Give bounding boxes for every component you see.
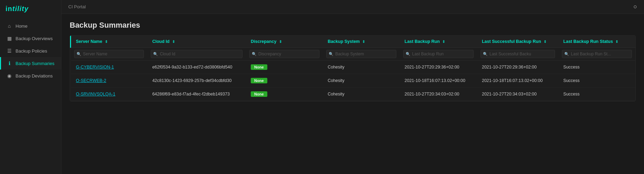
- table-cell: None: [246, 61, 323, 74]
- sidebar-item-backup-policies[interactable]: ☰ Backup Policies: [0, 45, 61, 57]
- table-search-row: 🔍 🔍 🔍: [71, 48, 636, 61]
- table-cell: Cohesity: [323, 74, 400, 88]
- table-cell: Success: [558, 74, 635, 88]
- backup-summaries-table-container: Server Name ⇕ Cloud Id ⇕ Discrepancy ⇕: [70, 35, 636, 101]
- discrepancy-badge: None: [251, 91, 267, 97]
- sidebar-item-backup-deviations[interactable]: ◉ Backup Deviations: [0, 70, 61, 82]
- table-cell: None: [246, 74, 323, 88]
- table-cell: 2021-10-27T20:29:36+02:00: [477, 61, 558, 74]
- search-input-discrepancy[interactable]: [258, 52, 317, 56]
- table-cell: None: [246, 88, 323, 101]
- search-wrap-discrepancy: 🔍: [249, 50, 319, 58]
- search-input-last-backup-run[interactable]: [412, 52, 471, 56]
- page-content: Backup Summaries Server Name ⇕ Cloud Id …: [61, 14, 644, 174]
- col-header-discrepancy[interactable]: Discrepancy ⇕: [246, 36, 323, 48]
- table-cell: O-SECRWEB-2: [71, 74, 148, 88]
- sidebar-item-label: Backup Summaries: [16, 61, 55, 66]
- info-icon: ℹ: [7, 61, 12, 66]
- table-cell: 2021-10-18T16:07:13.02+00:00: [477, 74, 558, 88]
- table-cell: 42c8130c-1423-6929-257b-def34cdbfd30: [147, 74, 246, 88]
- topbar-title: CI Portal: [68, 4, 86, 9]
- table-cell: 2021-10-27T20:34:03+02:00: [477, 88, 558, 101]
- sidebar-item-home[interactable]: ⌂ Home: [0, 20, 61, 32]
- table-cell: e62f0534-9a32-b133-ed72-dd3806bfd540: [147, 61, 246, 74]
- sort-arrow-last-successful: ⇕: [544, 40, 546, 44]
- theme-toggle-icon[interactable]: ○: [633, 3, 637, 10]
- table-cell: 2021-10-27T20:34:03+02:00: [400, 88, 477, 101]
- sort-arrow-status: ⇕: [615, 40, 618, 44]
- search-wrap-status: 🔍: [562, 50, 632, 58]
- search-icon-backup-system: 🔍: [329, 52, 334, 56]
- search-icon-last-successful: 🔍: [483, 52, 488, 56]
- sort-arrow-last-backup-run: ⇕: [442, 40, 445, 44]
- search-cell-backup-system: 🔍: [323, 48, 400, 61]
- col-header-last-backup-run[interactable]: Last Backup Run ⇕: [400, 36, 477, 48]
- sort-arrow-server-name: ⇕: [105, 40, 108, 44]
- search-icon-discrepancy: 🔍: [252, 52, 257, 56]
- list-icon: ☰: [7, 48, 12, 54]
- logo-tility: tility: [12, 5, 29, 12]
- backup-summaries-table: Server Name ⇕ Cloud Id ⇕ Discrepancy ⇕: [70, 36, 635, 101]
- col-header-last-successful-backup-run[interactable]: Last Successful Backup Run ⇕: [477, 36, 558, 48]
- sidebar-item-backup-overviews[interactable]: ▦ Backup Overviews: [0, 32, 61, 45]
- table-row: G-CYBERVISION-1e62f0534-9a32-b133-ed72-d…: [71, 61, 636, 74]
- sidebar-item-label: Backup Deviations: [16, 73, 53, 79]
- sort-arrow-backup-system: ⇕: [362, 40, 365, 44]
- search-input-status[interactable]: [571, 52, 630, 56]
- sidebar-item-label: Backup Policies: [16, 48, 47, 54]
- table-row: O-SRVINVSQLQA-164286f69-e83d-f7ad-4fec-f…: [71, 88, 636, 101]
- server-name-link[interactable]: O-SRVINVSQLQA-1: [76, 92, 115, 97]
- col-header-server-name[interactable]: Server Name ⇕: [71, 36, 148, 48]
- search-icon-cloud-id: 🔍: [153, 52, 158, 56]
- col-header-last-backup-run-status[interactable]: Last Backup Run Status ⇕: [558, 36, 635, 48]
- server-name-link[interactable]: O-SECRWEB-2: [76, 78, 106, 83]
- table-row: O-SECRWEB-242c8130c-1423-6929-257b-def34…: [71, 74, 636, 88]
- search-cell-server-name: 🔍: [71, 48, 148, 61]
- table-body: G-CYBERVISION-1e62f0534-9a32-b133-ed72-d…: [71, 61, 636, 101]
- search-input-server-name[interactable]: [83, 52, 142, 56]
- search-cell-discrepancy: 🔍: [246, 48, 323, 61]
- table-cell: 2021-10-18T16:07:13.02+00:00: [400, 74, 477, 88]
- search-wrap-server-name: 🔍: [74, 50, 144, 58]
- col-header-backup-system[interactable]: Backup System ⇕: [323, 36, 400, 48]
- sidebar-nav: ⌂ Home ▦ Backup Overviews ☰ Backup Polic…: [0, 17, 61, 174]
- table-cell: Success: [558, 61, 635, 74]
- table-cell: 64286f69-e83d-f7ad-4fec-f2dbeb149373: [147, 88, 246, 101]
- table-cell: O-SRVINVSQLQA-1: [71, 88, 148, 101]
- search-icon-last-backup-run: 🔍: [406, 52, 410, 56]
- table-cell: G-CYBERVISION-1: [71, 61, 148, 74]
- search-input-last-successful[interactable]: [489, 52, 553, 56]
- topbar: CI Portal ○: [61, 0, 644, 14]
- search-icon-server-name: 🔍: [77, 52, 81, 56]
- sidebar: intility ⌂ Home ▦ Backup Overviews ☰ Bac…: [0, 0, 61, 174]
- table-cell: Success: [558, 88, 635, 101]
- table-cell: 2021-10-27T20:29:36+02:00: [400, 61, 477, 74]
- search-cell-cloud-id: 🔍: [147, 48, 246, 61]
- discrepancy-badge: None: [251, 78, 267, 83]
- logo-text: in: [6, 5, 12, 12]
- server-name-link[interactable]: G-CYBERVISION-1: [76, 65, 114, 70]
- table-cell: Cohesity: [323, 61, 400, 74]
- logo: intility: [0, 0, 61, 17]
- search-wrap-cloud-id: 🔍: [151, 50, 242, 58]
- home-icon: ⌂: [7, 23, 12, 29]
- table-cell: Cohesity: [323, 88, 400, 101]
- grid-icon: ▦: [7, 36, 12, 41]
- search-cell-last-backup-run: 🔍: [400, 48, 477, 61]
- table-header-row: Server Name ⇕ Cloud Id ⇕ Discrepancy ⇕: [71, 36, 636, 48]
- main-content: CI Portal ○ Backup Summaries Server Name…: [61, 0, 644, 174]
- search-input-backup-system[interactable]: [335, 52, 394, 56]
- search-cell-last-successful: 🔍: [477, 48, 558, 61]
- circle-icon: ◉: [7, 73, 12, 79]
- sort-arrow-discrepancy: ⇕: [279, 40, 282, 44]
- sort-arrow-cloud-id: ⇕: [172, 40, 175, 44]
- sidebar-item-backup-summaries[interactable]: ℹ Backup Summaries: [0, 57, 61, 70]
- col-header-cloud-id[interactable]: Cloud Id ⇕: [147, 36, 246, 48]
- search-cell-status: 🔍: [558, 48, 635, 61]
- search-wrap-last-backup-run: 🔍: [403, 50, 474, 58]
- search-input-cloud-id[interactable]: [160, 52, 240, 56]
- sidebar-item-label: Backup Overviews: [16, 36, 53, 41]
- discrepancy-badge: None: [251, 64, 267, 70]
- search-wrap-last-successful: 🔍: [480, 50, 555, 58]
- search-wrap-backup-system: 🔍: [326, 50, 396, 58]
